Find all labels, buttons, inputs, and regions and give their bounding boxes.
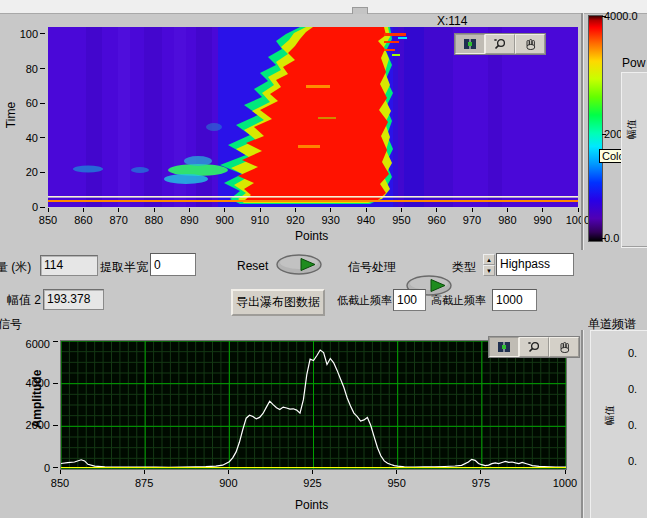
- colorbar-tick: [602, 238, 606, 239]
- x-tick: [507, 208, 508, 212]
- x-tick-label: 950: [381, 477, 413, 489]
- x-tick: [330, 208, 331, 212]
- filter-type-combo[interactable]: Highpass: [496, 253, 574, 276]
- cursor-tool-icon[interactable]: [489, 337, 519, 357]
- waveform-x-axis-label: Points: [295, 498, 328, 512]
- x-tick: [436, 208, 437, 212]
- colorbar-tick: [602, 134, 606, 135]
- spinner-down-icon[interactable]: ▼: [483, 265, 495, 276]
- cursor-readout: X:114: [437, 14, 467, 28]
- waterfall-plot[interactable]: [48, 27, 578, 207]
- y-tick-label: 0: [0, 201, 38, 213]
- type-spinner[interactable]: ▲ ▼: [483, 254, 495, 276]
- x-tick-label: 900: [212, 477, 244, 489]
- type-label: 类型: [452, 259, 476, 276]
- x-tick-label: 950: [387, 214, 415, 226]
- y-tick-label: 6000: [8, 338, 50, 350]
- sigproc-label: 信号处理: [348, 259, 396, 276]
- x-tick-label: 930: [317, 214, 345, 226]
- x-tick-label: 990: [529, 214, 557, 226]
- x-tick-label: 860: [69, 214, 97, 226]
- spectrum-tick: 0.: [628, 419, 637, 431]
- x-tick: [578, 208, 579, 212]
- y-tick-label: 40: [0, 132, 38, 144]
- top-scroll-strip[interactable]: [0, 0, 647, 14]
- x-tick-label: 870: [105, 214, 133, 226]
- position-label: 量 (米): [0, 259, 34, 276]
- y-tick: [53, 383, 58, 384]
- spectrum-panel: [590, 330, 647, 518]
- y-tick: [40, 172, 45, 173]
- reset-label: Reset: [237, 259, 268, 273]
- pan-tool-icon[interactable]: [515, 34, 545, 54]
- x-tick-label: 900: [211, 214, 239, 226]
- waterfall-x-axis-label: Points: [295, 229, 328, 243]
- y-tick-label: 0: [8, 462, 50, 474]
- x-tick-label: 925: [297, 477, 329, 489]
- zoom-tool-icon[interactable]: [519, 337, 549, 357]
- halfwidth-input[interactable]: [150, 253, 196, 276]
- y-tick: [53, 467, 58, 468]
- x-tick: [83, 208, 84, 212]
- waterfall-graph-toolbar: [454, 33, 546, 55]
- pan-tool-icon[interactable]: [549, 337, 579, 357]
- export-waterfall-button[interactable]: 导出瀑布图数据: [231, 289, 325, 316]
- halfwidth-label: 提取半宽: [100, 259, 148, 276]
- x-tick: [472, 208, 473, 212]
- x-tick: [295, 208, 296, 212]
- waveform-plot[interactable]: [60, 340, 567, 470]
- x-tick: [542, 208, 543, 212]
- x-tick: [401, 208, 402, 212]
- y-tick: [40, 68, 45, 69]
- x-tick-label: 880: [140, 214, 168, 226]
- x-tick: [224, 208, 225, 212]
- low-cutoff-label: 低截止频率: [337, 293, 392, 308]
- high-cutoff-input[interactable]: [492, 289, 537, 311]
- position-indicator[interactable]: 114: [40, 255, 98, 276]
- x-tick-label: 960: [423, 214, 451, 226]
- y-tick-label: 100: [0, 28, 38, 40]
- x-tick-label: 875: [128, 477, 160, 489]
- pane-divider-bottom: [581, 330, 583, 518]
- spectrum-tick: 0.: [628, 455, 637, 467]
- x-tick: [189, 208, 190, 212]
- x-tick: [154, 208, 155, 212]
- power-panel-y-label: 幅值: [625, 119, 639, 139]
- x-tick-label: 980: [493, 214, 521, 226]
- x-tick: [48, 208, 49, 212]
- spinner-up-icon[interactable]: ▲: [483, 254, 495, 265]
- amp2-label: 幅值 2: [7, 292, 41, 309]
- signal-section-label: 信号: [0, 316, 30, 333]
- x-tick: [118, 208, 119, 212]
- y-tick-label: 4000: [8, 377, 50, 389]
- colorbar-max-label: 4000.0: [604, 10, 638, 22]
- x-tick-label: 920: [281, 214, 309, 226]
- y-tick-label: 20: [0, 166, 38, 178]
- amp2-indicator[interactable]: 193.378: [43, 289, 104, 310]
- spectrum-tick: 0.: [628, 383, 637, 395]
- y-tick: [40, 207, 45, 208]
- y-tick-label: 2000: [8, 419, 50, 431]
- y-tick-label: 80: [0, 63, 38, 75]
- colormap-scale[interactable]: [588, 15, 603, 242]
- y-tick: [53, 425, 58, 426]
- waveform-x-axis: 8508759009259509751000: [60, 470, 565, 496]
- power-panel: [621, 72, 647, 248]
- x-tick-label: 970: [458, 214, 486, 226]
- cursor-tool-icon[interactable]: [455, 34, 485, 54]
- zoom-tool-icon[interactable]: [485, 34, 515, 54]
- x-tick-label: 975: [465, 477, 497, 489]
- power-panel-title: Pow: [622, 56, 645, 70]
- waveform-graph-toolbar: [488, 336, 580, 358]
- colorbar-min-label: 0.0: [604, 232, 619, 244]
- low-cutoff-input[interactable]: [393, 289, 426, 311]
- y-tick: [40, 137, 45, 138]
- y-tick-label: 60: [0, 97, 38, 109]
- scroll-notch[interactable]: [352, 7, 368, 14]
- x-tick-label: 1000: [549, 477, 581, 489]
- high-cutoff-label: 高截止频率: [431, 293, 486, 308]
- y-tick: [40, 33, 45, 34]
- x-tick-label: 940: [352, 214, 380, 226]
- reset-toggle[interactable]: [276, 254, 322, 275]
- x-tick-label: 850: [34, 214, 62, 226]
